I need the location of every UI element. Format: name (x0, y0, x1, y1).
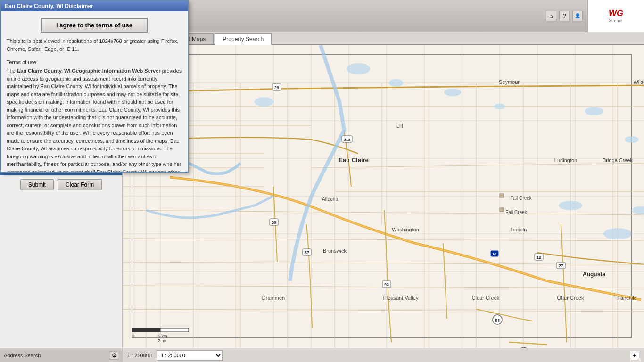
map-area: 29 312 12 85 37 93 12 27 94 53 10 Eau Cl (123, 45, 644, 348)
address-search-bar: Address Search ⚙ (0, 348, 123, 362)
svg-point-47 (255, 97, 273, 107)
svg-text:Eau Claire: Eau Claire (339, 156, 369, 164)
header-icons: ⌂ ? 👤 (541, 11, 587, 21)
svg-text:Otter Creek: Otter Creek (557, 295, 584, 301)
svg-text:LH: LH (396, 123, 403, 129)
svg-text:Brunswick: Brunswick (323, 248, 347, 254)
clear-form-button[interactable]: Clear Form (58, 179, 102, 190)
svg-rect-96 (500, 194, 504, 197)
svg-text:2 mi: 2 mi (158, 338, 166, 343)
bottom-bar: 1 : 250000 1 : 250000 + (123, 348, 644, 362)
terms-label: Terms of use: (7, 59, 182, 65)
svg-point-50 (585, 107, 603, 115)
svg-point-52 (559, 201, 582, 210)
disclaimer-body-text: The Eau Claire County, WI Geographic Inf… (7, 67, 182, 172)
map-svg: 29 312 12 85 37 93 12 27 94 53 10 Eau Cl (123, 45, 644, 348)
svg-text:Lincoln: Lincoln (511, 227, 527, 232)
svg-point-49 (494, 104, 505, 109)
scale-info: 1 : 250000 (127, 353, 152, 358)
svg-text:Fall Creek: Fall Creek (505, 210, 528, 215)
logo-sub: Xtreme (609, 18, 623, 23)
svg-point-46 (389, 79, 403, 87)
svg-text:93: 93 (384, 282, 389, 287)
svg-text:94: 94 (493, 252, 497, 256)
svg-rect-98 (132, 328, 160, 332)
svg-text:Seymour: Seymour (499, 79, 520, 85)
svg-text:53: 53 (495, 318, 500, 323)
svg-text:85: 85 (272, 220, 276, 225)
user-icon-button[interactable]: 👤 (572, 11, 583, 21)
svg-text:12: 12 (537, 255, 541, 260)
svg-text:37: 37 (305, 250, 309, 255)
svg-text:Clear Creek: Clear Creek (472, 295, 500, 301)
svg-text:Altoona: Altoona (322, 197, 338, 202)
submit-button[interactable]: Submit (20, 179, 54, 190)
svg-text:Ludington: Ludington (554, 157, 577, 163)
svg-text:Fairchild: Fairchild (617, 295, 637, 301)
site-notice: This site is best viewed in resolutions … (7, 38, 178, 52)
logo-text: WG (609, 8, 623, 18)
disclaimer-dialog: Eau Claire County, WI Disclaimer I agree… (0, 0, 189, 173)
disclaimer-title-bar: Eau Claire County, WI Disclaimer (1, 1, 188, 11)
scale-label-text: 1 : 250000 (127, 353, 152, 358)
svg-text:29: 29 (274, 85, 279, 90)
svg-text:312: 312 (344, 138, 350, 142)
bold-name: Eau Claire County, WI Geographic Informa… (17, 68, 161, 74)
svg-point-45 (347, 63, 370, 74)
svg-text:Drammen: Drammen (262, 295, 285, 301)
svg-point-51 (625, 136, 639, 143)
disclaimer-body: I agree to the terms of use This site is… (1, 11, 188, 172)
svg-text:5 km: 5 km (158, 334, 167, 338)
zoom-level-select[interactable]: 1 : 250000 (157, 350, 223, 361)
zoom-in-button[interactable]: + (630, 351, 639, 360)
logo-area: WG Xtreme (587, 0, 644, 32)
svg-text:Augusta: Augusta (583, 271, 605, 278)
agree-button[interactable]: I agree to the terms of use (41, 18, 148, 33)
svg-text:Bridge Creek: Bridge Creek (603, 157, 633, 163)
svg-point-48 (444, 89, 461, 96)
form-buttons: Submit Clear Form (0, 175, 122, 194)
disclaimer-rest-text: provides online access to geographic and… (7, 68, 182, 172)
svg-rect-99 (160, 328, 189, 332)
svg-text:Washington: Washington (392, 227, 419, 232)
svg-point-53 (603, 228, 632, 239)
help-icon-button[interactable]: ? (559, 11, 570, 21)
svg-text:27: 27 (559, 263, 563, 268)
disclaimer-text: This site is best viewed in resolutions … (7, 37, 182, 53)
address-search-icon[interactable]: ⚙ (110, 351, 118, 360)
svg-text:Wilson: Wilson (633, 79, 644, 85)
svg-text:0: 0 (132, 334, 134, 338)
address-search-label: Address Search (4, 353, 107, 358)
svg-rect-97 (500, 208, 504, 212)
svg-text:Pleasant Valley: Pleasant Valley (383, 295, 419, 301)
disclaimer-title-text: Eau Claire County, WI Disclaimer (5, 3, 93, 9)
tab-property-search[interactable]: Property Search (215, 33, 272, 45)
home-icon-button[interactable]: ⌂ (546, 11, 556, 21)
svg-text:Fall Creek: Fall Creek (510, 196, 532, 201)
